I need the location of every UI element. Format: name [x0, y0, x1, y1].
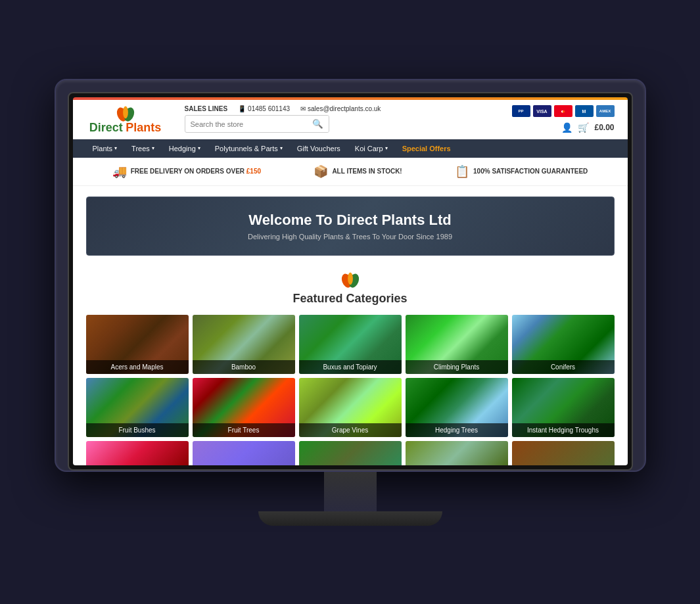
nav-item-polytunnels[interactable]: Polytunnels & Parts ▾ — [208, 139, 289, 158]
nav-label-koi-carp: Koi Carp — [355, 145, 383, 152]
chevron-down-icon: ▾ — [114, 145, 117, 151]
category-label-instant: Instant Hedging Troughs — [512, 423, 615, 437]
category-climbing[interactable]: Climbing Plants — [406, 315, 508, 374]
maestro-icon: M — [575, 105, 594, 117]
nav-item-koi-carp[interactable]: Koi Carp ▾ — [348, 139, 394, 158]
phone-info: 📱 01485 601143 — [238, 105, 290, 112]
phone-icon: 📱 — [238, 105, 246, 112]
search-bar: 🔍 — [185, 115, 329, 133]
email-address: sales@directplants.co.uk — [308, 105, 381, 112]
partial-category-1[interactable] — [86, 441, 189, 465]
category-conifers[interactable]: Conifers — [512, 315, 615, 374]
mastercard-icon: ●● — [554, 105, 572, 117]
header-right: PP VISA ●● M AMEX — [512, 105, 615, 133]
nav-item-gift-vouchers[interactable]: Gift Vouchers — [291, 139, 347, 158]
truck-icon: 🚚 — [112, 164, 127, 179]
logo-area[interactable]: Direct Plants — [86, 105, 165, 133]
info-satisfaction: 📋 100% SATISFACTION GUARANTEED — [455, 164, 588, 179]
nav-label-special-offers: Special Offers — [402, 145, 451, 152]
hero-title: Welcome To Direct Plants Ltd — [100, 212, 601, 229]
featured-logo — [86, 271, 615, 288]
email-icon: ✉ — [300, 105, 306, 112]
partial-category-3[interactable] — [299, 441, 402, 465]
sales-label: SALES LINES — [185, 105, 228, 112]
category-acers[interactable]: Acers and Maples — [86, 315, 189, 374]
hero-banner: Welcome To Direct Plants Ltd Delivering … — [86, 197, 615, 256]
amex-icon: AMEX — [596, 105, 615, 117]
category-label-grape: Grape Vines — [299, 423, 402, 437]
nav-item-plants[interactable]: Plants ▾ — [86, 139, 124, 158]
stock-text: ALL ITEMS IN STOCK! — [332, 168, 402, 175]
chevron-down-icon: ▾ — [385, 145, 388, 151]
info-stock: 📦 ALL ITEMS IN STOCK! — [314, 164, 402, 179]
chevron-down-icon: ▾ — [152, 145, 154, 151]
logo-icon — [116, 105, 135, 122]
delivery-amount: £150 — [246, 168, 261, 175]
box-icon: 📦 — [314, 164, 328, 179]
category-label-acers: Acers and Maples — [86, 360, 189, 374]
monitor-neck — [324, 472, 377, 511]
categories-grid-partial — [86, 441, 615, 465]
logo-text: Direct Plants — [89, 122, 162, 133]
category-label-fruit-bushes: Fruit Bushes — [86, 423, 189, 437]
monitor-frame: Direct Plants SALES LINES 📱 01485 601143 — [55, 79, 646, 472]
nav-item-special-offers[interactable]: Special Offers — [396, 139, 457, 158]
header: Direct Plants SALES LINES 📱 01485 601143 — [73, 100, 628, 139]
screen-bezel: Direct Plants SALES LINES 📱 01485 601143 — [68, 92, 633, 471]
svg-point-2 — [123, 106, 128, 118]
featured-title: Featured Categories — [86, 292, 615, 306]
paypal-icon: PP — [512, 105, 530, 117]
chevron-down-icon: ▾ — [280, 145, 283, 151]
search-input[interactable] — [185, 117, 307, 131]
category-grape[interactable]: Grape Vines — [299, 378, 402, 437]
visa-icon: VISA — [533, 105, 551, 117]
nav-item-trees[interactable]: Trees ▾ — [125, 139, 161, 158]
category-label-hedging: Hedging Trees — [406, 423, 508, 437]
monitor-base — [258, 511, 442, 526]
hero-subtitle: Delivering High Quality Plants & Trees T… — [100, 233, 601, 241]
category-hedging[interactable]: Hedging Trees — [406, 378, 508, 437]
cart-icon[interactable]: 🛒 — [578, 122, 589, 133]
category-instant[interactable]: Instant Hedging Troughs — [512, 378, 615, 437]
email-info: ✉ sales@directplants.co.uk — [300, 105, 381, 112]
nav-label-hedging: Hedging — [169, 145, 196, 152]
phone-number: 01485 601143 — [248, 105, 290, 112]
nav-label-plants: Plants — [93, 145, 113, 152]
category-label-climbing: Climbing Plants — [406, 360, 508, 374]
sales-info: SALES LINES 📱 01485 601143 ✉ sales@direc… — [185, 105, 502, 112]
category-label-conifers: Conifers — [512, 360, 615, 374]
nav-item-hedging[interactable]: Hedging ▾ — [162, 139, 207, 158]
chevron-down-icon: ▾ — [198, 145, 200, 151]
category-bamboo[interactable]: Bamboo — [193, 315, 295, 374]
category-label-fruit-trees: Fruit Trees — [193, 423, 295, 437]
svg-point-5 — [348, 272, 353, 285]
categories-grid: Acers and Maples Bamboo Buxus and Topiar… — [86, 315, 615, 437]
payment-icons: PP VISA ●● M AMEX — [512, 105, 615, 117]
category-fruit-bushes[interactable]: Fruit Bushes — [86, 378, 189, 437]
category-fruit-trees[interactable]: Fruit Trees — [193, 378, 295, 437]
category-label-bamboo: Bamboo — [193, 360, 295, 374]
featured-logo-icon — [340, 271, 360, 288]
cart-total: £0.00 — [594, 123, 614, 132]
info-delivery: 🚚 FREE DELIVERY ON ORDERS OVER £150 — [112, 164, 261, 179]
clipboard-icon: 📋 — [455, 164, 469, 179]
nav-label-trees: Trees — [131, 145, 150, 152]
delivery-text: FREE DELIVERY ON ORDERS OVER £150 — [131, 168, 261, 175]
category-buxus[interactable]: Buxus and Topiary — [299, 315, 402, 374]
category-label-buxus: Buxus and Topiary — [299, 360, 402, 374]
partial-category-4[interactable] — [406, 441, 508, 465]
partial-category-5[interactable] — [512, 441, 615, 465]
screen: Direct Plants SALES LINES 📱 01485 601143 — [73, 97, 628, 465]
header-middle: SALES LINES 📱 01485 601143 ✉ sales@direc… — [185, 105, 502, 133]
search-button[interactable]: 🔍 — [307, 116, 329, 132]
featured-section: Featured Categories Acers and Maples Bam… — [73, 261, 628, 465]
satisfaction-text: 100% SATISFACTION GUARANTEED — [473, 168, 588, 175]
cart-area[interactable]: 👤 🛒 £0.00 — [561, 122, 614, 133]
partial-category-2[interactable] — [193, 441, 295, 465]
nav-bar: Plants ▾ Trees ▾ Hedging ▾ Polytunnels &… — [73, 139, 628, 158]
account-icon[interactable]: 👤 — [561, 122, 572, 133]
nav-label-gift-vouchers: Gift Vouchers — [297, 145, 340, 152]
nav-label-polytunnels: Polytunnels & Parts — [215, 145, 278, 152]
info-bar: 🚚 FREE DELIVERY ON ORDERS OVER £150 📦 AL… — [73, 158, 628, 186]
